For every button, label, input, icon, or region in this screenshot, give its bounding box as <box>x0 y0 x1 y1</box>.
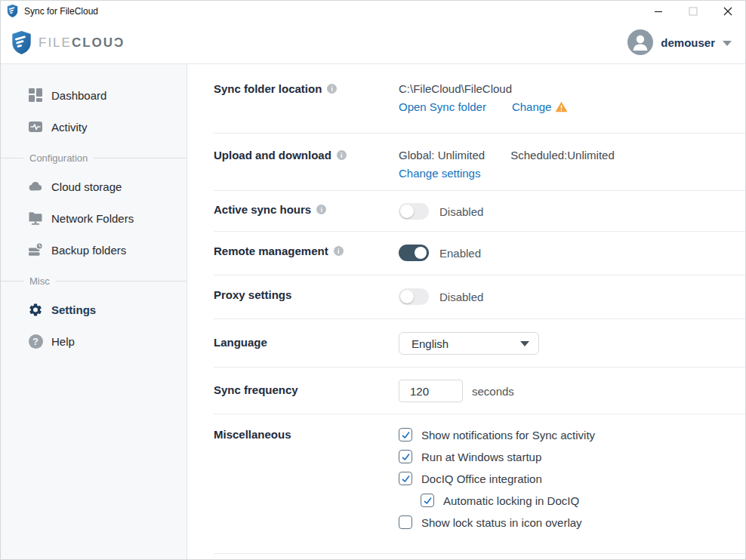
sidebar-item-cloud-storage[interactable]: Cloud storage <box>1 171 186 202</box>
minimize-button[interactable] <box>641 1 676 21</box>
sidebar-item-label: Dashboard <box>51 89 106 102</box>
dashboard-icon <box>28 87 43 103</box>
brand-file-text: FILE <box>39 35 72 50</box>
notifications-checkbox[interactable] <box>399 428 412 442</box>
brand-wordmark: FILECLOUƆ <box>39 36 125 49</box>
dociq-integration-checkbox[interactable] <box>399 472 412 485</box>
toggle-state-label: Disabled <box>439 205 483 218</box>
username-label: demouser <box>661 36 715 49</box>
sidebar-section-misc: Misc <box>1 275 186 287</box>
window-controls <box>641 1 745 21</box>
app-shield-icon <box>7 5 18 17</box>
sidebar-item-label: Settings <box>51 303 96 316</box>
row-miscellaneous: Miscellaneous Show notifications for Syn… <box>214 414 745 554</box>
titlebar: Sync for FileCloud <box>1 1 745 21</box>
close-button[interactable] <box>711 1 745 21</box>
info-icon[interactable]: i <box>337 150 347 160</box>
checkbox-label: Automatic locking in DocIQ <box>443 494 579 507</box>
sidebar-item-label: Help <box>51 335 75 348</box>
checkbox-row-run-at-startup: Run at Windows startup <box>399 450 595 463</box>
checkbox-row-dociq-integration: DocIQ Office integration <box>399 472 595 485</box>
row-sync-folder-location: Sync folder location i C:\FileCloud\File… <box>214 64 745 134</box>
global-limit-value: Global: Unlimited <box>399 149 485 162</box>
setting-label: Miscellaneous <box>214 428 399 441</box>
setting-label: Sync folder location i <box>214 82 399 95</box>
checkbox-label: Run at Windows startup <box>421 451 541 463</box>
sidebar: Dashboard Activity Configuration <box>1 64 187 560</box>
filecloud-shield-icon <box>11 31 32 54</box>
sidebar-section-configuration: Configuration <box>1 152 186 164</box>
lock-status-overlay-checkbox[interactable] <box>399 515 412 529</box>
row-proxy-settings: Proxy settings Disabled <box>214 275 745 319</box>
change-folder-link[interactable]: Change <box>512 100 552 113</box>
settings-panel: Sync folder location i C:\FileCloud\File… <box>187 64 745 560</box>
sidebar-item-settings[interactable]: Settings <box>1 294 186 325</box>
row-upload-download: Upload and download i Global: Unlimited … <box>214 134 745 191</box>
setting-label: Upload and download i <box>214 149 399 162</box>
info-icon[interactable]: i <box>334 246 344 256</box>
row-sync-frequency: Sync frequency seconds <box>214 368 745 414</box>
filecloud-logo: FILECLOUƆ <box>11 31 125 54</box>
active-sync-hours-toggle[interactable] <box>399 203 429 220</box>
section-label: Configuration <box>29 152 88 164</box>
app-header: FILECLOUƆ demouser <box>1 21 745 64</box>
sync-folder-path: C:\FileCloud\FileCloud <box>399 82 568 95</box>
brand-cloud-text: CLOUƆ <box>72 35 125 50</box>
sidebar-item-label: Cloud storage <box>51 180 122 193</box>
open-sync-folder-link[interactable]: Open Sync folder <box>399 100 486 113</box>
setting-label: Remote management i <box>214 245 399 257</box>
checkbox-label: DocIQ Office integration <box>421 472 542 485</box>
sync-frequency-unit: seconds <box>472 385 514 398</box>
language-dropdown[interactable]: English <box>399 332 539 355</box>
cloud-icon <box>28 178 43 195</box>
toggle-state-label: Disabled <box>439 291 483 303</box>
row-language: Language English <box>214 319 745 368</box>
proxy-settings-toggle[interactable] <box>399 288 429 305</box>
user-caret-down-icon <box>723 41 732 46</box>
backup-drive-clock-icon <box>28 242 43 258</box>
sidebar-item-label: Backup folders <box>51 244 126 257</box>
setting-label: Language <box>214 332 399 349</box>
row-remote-management: Remote management i Enabled <box>214 232 745 275</box>
sidebar-item-network-folders[interactable]: Network Folders <box>1 202 186 234</box>
warning-icon <box>555 101 568 112</box>
setting-label: Active sync hours i <box>214 203 399 216</box>
user-menu[interactable]: demouser <box>627 29 732 55</box>
row-active-sync-hours: Active sync hours i Disabled <box>214 191 745 232</box>
user-avatar-icon <box>627 29 653 55</box>
run-at-startup-checkbox[interactable] <box>399 450 412 463</box>
sync-frequency-input[interactable] <box>399 380 463 402</box>
sidebar-item-dashboard[interactable]: Dashboard <box>1 79 186 111</box>
network-folder-icon <box>28 210 43 226</box>
info-icon[interactable]: i <box>316 205 326 214</box>
language-selected-value: English <box>412 337 449 350</box>
app-window: Sync for FileCloud <box>0 0 746 560</box>
info-icon[interactable]: i <box>327 84 337 94</box>
window-title: Sync for FileCloud <box>24 6 98 17</box>
checkbox-label: Show lock status in icon overlay <box>421 516 582 529</box>
sidebar-item-label: Network Folders <box>51 212 134 225</box>
checkbox-label: Show notifications for Sync activity <box>421 429 595 442</box>
checkbox-row-notifications: Show notifications for Sync activity <box>399 428 595 442</box>
sidebar-item-backup-folders[interactable]: Backup folders <box>1 234 186 266</box>
help-icon: ? <box>28 333 43 349</box>
chevron-down-icon <box>520 341 529 346</box>
section-label: Misc <box>29 275 50 287</box>
sidebar-item-activity[interactable]: Activity <box>1 111 186 143</box>
setting-label: Proxy settings <box>214 288 399 301</box>
sidebar-item-label: Activity <box>51 121 88 134</box>
checkbox-row-lock-status-overlay: Show lock status in icon overlay <box>399 515 595 529</box>
change-settings-link[interactable]: Change settings <box>399 167 480 180</box>
automatic-locking-checkbox[interactable] <box>421 494 434 507</box>
activity-icon <box>28 118 43 135</box>
setting-label: Sync frequency <box>214 380 399 396</box>
remote-management-toggle[interactable] <box>399 245 429 261</box>
toggle-state-label: Enabled <box>439 247 481 260</box>
sidebar-item-help[interactable]: ? Help <box>1 325 186 357</box>
checkbox-row-automatic-locking: Automatic locking in DocIQ <box>421 494 595 507</box>
maximize-button[interactable] <box>676 1 711 21</box>
scheduled-limit-value: Scheduled:Unlimited <box>510 149 615 162</box>
gear-icon <box>28 301 43 318</box>
